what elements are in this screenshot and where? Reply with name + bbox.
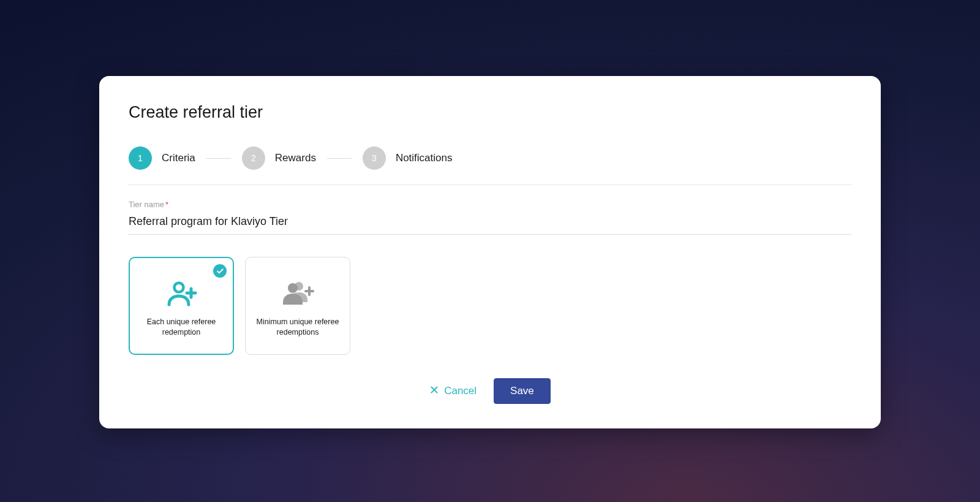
- person-plus-icon: [165, 280, 197, 310]
- criteria-options: Each unique referee redemption Minimum u…: [129, 257, 851, 355]
- step-connector: [327, 158, 352, 159]
- page-title: Create referral tier: [129, 103, 851, 122]
- option-label: Each unique referee redemption: [138, 317, 224, 338]
- step-label-rewards: Rewards: [275, 152, 316, 164]
- required-asterisk: *: [165, 200, 168, 209]
- actions-row: Cancel Save: [129, 378, 851, 404]
- step-label-notifications: Notifications: [396, 152, 453, 164]
- tier-name-label: Tier name*: [129, 200, 851, 209]
- step-label-criteria: Criteria: [162, 152, 195, 164]
- step-number-3: 3: [363, 146, 386, 170]
- svg-point-0: [175, 283, 184, 292]
- step-number-1: 1: [129, 146, 152, 170]
- option-each-unique-referee[interactable]: Each unique referee redemption: [129, 257, 234, 355]
- tier-name-input[interactable]: [129, 213, 851, 235]
- tier-name-field: Tier name*: [129, 200, 851, 235]
- step-connector: [206, 158, 231, 159]
- cancel-button[interactable]: Cancel: [429, 385, 477, 398]
- step-rewards[interactable]: 2 Rewards: [242, 146, 316, 170]
- svg-point-4: [288, 283, 298, 293]
- stepper: 1 Criteria 2 Rewards 3 Notifications: [129, 146, 851, 185]
- step-criteria[interactable]: 1 Criteria: [129, 146, 195, 170]
- save-button[interactable]: Save: [494, 378, 551, 404]
- step-notifications[interactable]: 3 Notifications: [363, 146, 453, 170]
- check-icon: [213, 264, 227, 278]
- option-minimum-unique-referee[interactable]: Minimum unique referee redemptions: [245, 257, 350, 355]
- step-number-2: 2: [242, 146, 265, 170]
- cancel-label: Cancel: [444, 385, 477, 397]
- people-plus-icon: [281, 280, 315, 310]
- close-icon: [429, 385, 439, 398]
- option-label: Minimum unique referee redemptions: [255, 317, 341, 338]
- create-referral-tier-card: Create referral tier 1 Criteria 2 Reward…: [99, 76, 881, 428]
